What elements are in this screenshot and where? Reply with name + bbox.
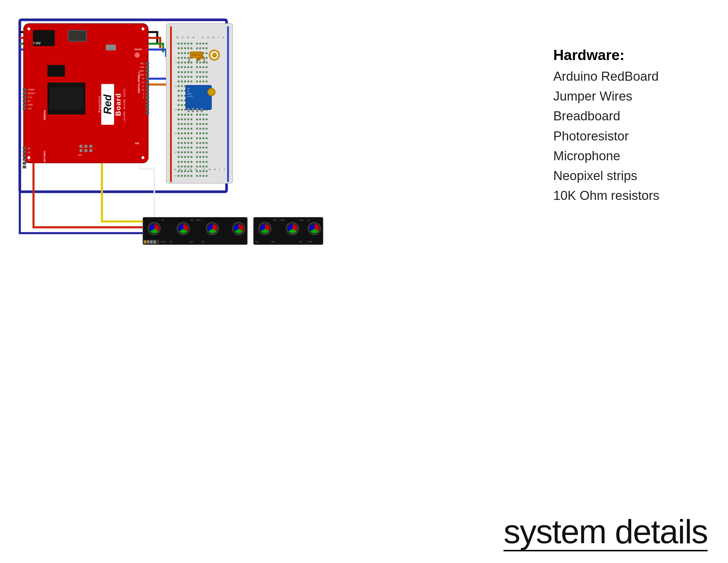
mount-hole-tr [141, 27, 145, 31]
hardware-title: Hardware: [553, 47, 705, 63]
analog-in-label: ANALOG IN [43, 151, 46, 166]
red-wire-neo [33, 159, 149, 227]
hw-item-1: Arduino RedBoard [553, 66, 705, 86]
reset-label: RESET [135, 48, 142, 51]
system-details-text: system details [503, 515, 708, 548]
bb-blue-rail [227, 26, 229, 182]
isp-pins [79, 145, 93, 152]
analog-pin-headers [23, 146, 26, 168]
digital-pin-headers [146, 62, 149, 114]
neo1-5v-label-2: +5V [190, 219, 194, 221]
isp-label: ISP [78, 154, 82, 156]
sensor-pins [188, 108, 203, 112]
neo1-connector [143, 240, 159, 244]
neopixel-strip-1: DIN +5V GND → DO DIN +5V GND → DO [143, 217, 248, 245]
reset-button[interactable] [134, 52, 140, 58]
logo-area: ✦sparkfun Red Board LEARN. SHARE. HACK. [91, 71, 132, 138]
neo-led-2 [177, 222, 190, 235]
mount-hole-bl [26, 155, 31, 160]
hw-item-2: Jumper Wires [553, 86, 705, 106]
power-pin-headers [23, 88, 26, 110]
neo1-do-label: DO [169, 241, 173, 243]
neo1-arrow-2: → [203, 219, 205, 221]
small-chip [47, 65, 65, 77]
hw-item-3: Breadboard [553, 106, 705, 126]
neo2-led-3 [308, 222, 321, 235]
neo2-do-label-2: DO [299, 241, 302, 243]
neo2-gnd-label-2: GND [308, 241, 312, 243]
hardware-panel: Hardware: Arduino RedBoard Jumper Wires … [553, 47, 705, 205]
power-labels: IOREF RESET 3.3V 5V GND VIN [28, 88, 36, 110]
voltage-label: 7-15V [33, 42, 41, 45]
blue-wire-neo [20, 160, 147, 233]
bb-col-headers-top: B C D E F G H I J [175, 36, 226, 39]
digital-label: DIGITAL (PWM~) [137, 72, 140, 93]
photoresistor-lead-r [204, 57, 205, 63]
hw-item-4: Photoresistor [553, 126, 705, 146]
neo2-din-label: DIN [271, 241, 275, 243]
hw-item-6: Neopixel strips [553, 166, 705, 186]
neo2-led-1 [258, 222, 271, 235]
hw-item-5: Microphone [553, 146, 705, 166]
neo1-5v-label-1: +5V [161, 219, 165, 221]
photoresistor-lead-l [188, 57, 190, 63]
bb-red-rail [170, 26, 172, 182]
usb-port [68, 30, 87, 42]
mount-hole-tl [26, 27, 31, 31]
main-chip [47, 82, 85, 114]
neo1-gnd-label-1: GND [161, 241, 165, 243]
neo2-5v-label: +5V [273, 219, 277, 221]
system-details-footer: system details [503, 515, 708, 551]
on-label: ON [135, 142, 139, 145]
power-label: POWER [43, 110, 46, 120]
neo1-gnd-label-2: GND [196, 219, 201, 221]
neo2-5v-label-2: +5V [306, 219, 310, 221]
mount-hole-br [141, 155, 145, 160]
neo1-do-label-2: DO [202, 241, 205, 243]
sensor-labels: Vin 3V GND ZC DC [187, 87, 193, 98]
neo2-din-label-2: DIN [300, 219, 303, 221]
neopixel-strip-2: → DO DIN +5V GND → DO DIN +5V GND [253, 217, 323, 245]
hw-item-7: 10K Ohm resistors [553, 186, 705, 205]
neo-led-3 [206, 222, 219, 235]
neo2-led-2 [286, 222, 299, 235]
crystal [106, 45, 116, 50]
hardware-items: Arduino RedBoard Jumper Wires Breadboard… [553, 66, 705, 205]
neo1-arrow-1: → [169, 219, 171, 221]
neo-led-4 [232, 222, 245, 235]
neo-led-1 [148, 222, 161, 235]
neo2-gnd-label: GND [280, 219, 285, 221]
blue-sensor-module: Vin 3V GND ZC DC [185, 85, 212, 110]
arduino-redboard: RESET ✦sparkfun Red Board LEARN. SHARE. … [23, 23, 149, 163]
bb-col-headers-bottom: A B C D E F G H I J [172, 168, 227, 171]
breadboard: B C D E F G H I J 1 [166, 23, 233, 183]
neo1-din-label-2: DIN [190, 241, 193, 243]
neo2-do-label: DO [255, 241, 259, 243]
microphone-coil [209, 50, 220, 61]
